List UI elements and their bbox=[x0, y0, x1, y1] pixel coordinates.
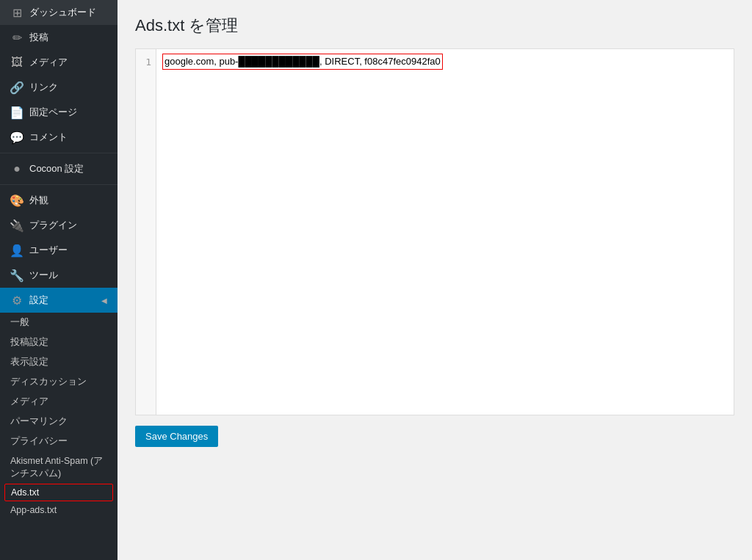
divider-2 bbox=[0, 184, 118, 185]
sidebar-item-label: ダッシュボード bbox=[29, 6, 96, 19]
sidebar-item-settings[interactable]: ⚙ 設定 ◀ bbox=[0, 288, 118, 313]
appearance-icon: 🎨 bbox=[10, 194, 24, 207]
ads-txt-line[interactable]: google.com, pub-████████████, DIRECT, f0… bbox=[162, 54, 443, 70]
sidebar-item-tools[interactable]: 🔧 ツール bbox=[0, 263, 118, 288]
submenu-akismet[interactable]: Akismet Anti-Spam (アンチスパム) bbox=[0, 451, 118, 484]
sidebar-item-label: リンク bbox=[29, 81, 58, 94]
submenu-permalinks[interactable]: パーマリンク bbox=[0, 412, 118, 432]
arrow-icon: ◀ bbox=[101, 297, 107, 305]
ads-textarea-wrapper: 1 google.com, pub-████████████, DIRECT, … bbox=[135, 48, 734, 415]
submenu-app-ads-txt[interactable]: App-ads.txt bbox=[0, 501, 118, 519]
link-icon: 🔗 bbox=[10, 81, 24, 94]
sidebar-item-label: 外観 bbox=[29, 194, 48, 207]
submenu-privacy[interactable]: プライバシー bbox=[0, 432, 118, 451]
page-title: Ads.txt を管理 bbox=[135, 15, 734, 37]
divider-1 bbox=[0, 153, 118, 153]
sidebar-item-label: 投稿 bbox=[29, 31, 48, 44]
users-icon: 👤 bbox=[10, 244, 24, 257]
submenu-ads-txt[interactable]: Ads.txt bbox=[4, 484, 113, 501]
sidebar-item-label: ツール bbox=[29, 269, 58, 282]
sidebar-item-cocoon[interactable]: ● Cocoon 設定 bbox=[0, 156, 118, 181]
tools-icon: 🔧 bbox=[10, 269, 24, 282]
cocoon-icon: ● bbox=[10, 162, 24, 175]
sidebar-item-label: ユーザー bbox=[29, 244, 68, 257]
dashboard-icon: ⊞ bbox=[10, 6, 24, 19]
sidebar-item-plugins[interactable]: 🔌 プラグイン bbox=[0, 213, 118, 238]
save-changes-button[interactable]: Save Changes bbox=[135, 426, 218, 447]
sidebar-item-label: メディア bbox=[29, 56, 68, 69]
submenu-discussion[interactable]: ディスカッション bbox=[0, 372, 118, 392]
sidebar-item-links[interactable]: 🔗 リンク bbox=[0, 75, 118, 100]
sidebar-item-label: プラグイン bbox=[29, 219, 77, 232]
submenu-writing[interactable]: 投稿設定 bbox=[0, 332, 118, 352]
sidebar-item-label: Cocoon 設定 bbox=[29, 162, 84, 175]
main-content: Ads.txt を管理 1 google.com, pub-██████████… bbox=[118, 0, 752, 560]
posts-icon: ✏ bbox=[10, 31, 24, 44]
sidebar-item-label: コメント bbox=[29, 131, 68, 144]
sidebar-item-comments[interactable]: 💬 コメント bbox=[0, 125, 118, 150]
sidebar-item-pages[interactable]: 📄 固定ページ bbox=[0, 100, 118, 125]
sidebar-item-appearance[interactable]: 🎨 外観 bbox=[0, 188, 118, 213]
plugins-icon: 🔌 bbox=[10, 219, 24, 232]
sidebar-item-label: 固定ページ bbox=[29, 106, 77, 119]
sidebar-item-media[interactable]: 🖼 メディア bbox=[0, 50, 118, 75]
submenu-general[interactable]: 一般 bbox=[0, 313, 118, 332]
sidebar-item-label: 設定 bbox=[29, 294, 48, 307]
submenu-reading[interactable]: 表示設定 bbox=[0, 352, 118, 372]
comments-icon: 💬 bbox=[10, 131, 24, 144]
media-icon: 🖼 bbox=[10, 56, 24, 69]
sidebar-item-users[interactable]: 👤 ユーザー bbox=[0, 238, 118, 263]
sidebar-item-dashboard[interactable]: ⊞ ダッシュボード bbox=[0, 0, 118, 25]
settings-icon: ⚙ bbox=[10, 294, 24, 307]
line-numbers: 1 bbox=[136, 49, 156, 415]
code-content-area: google.com, pub-████████████, DIRECT, f0… bbox=[156, 49, 734, 415]
pages-icon: 📄 bbox=[10, 106, 24, 119]
sidebar: ⊞ ダッシュボード ✏ 投稿 🖼 メディア 🔗 リンク 📄 固定ページ 💬 コメ… bbox=[0, 0, 118, 560]
submenu-media[interactable]: メディア bbox=[0, 392, 118, 412]
line-number-1: 1 bbox=[140, 55, 151, 70]
sidebar-item-posts[interactable]: ✏ 投稿 bbox=[0, 25, 118, 50]
